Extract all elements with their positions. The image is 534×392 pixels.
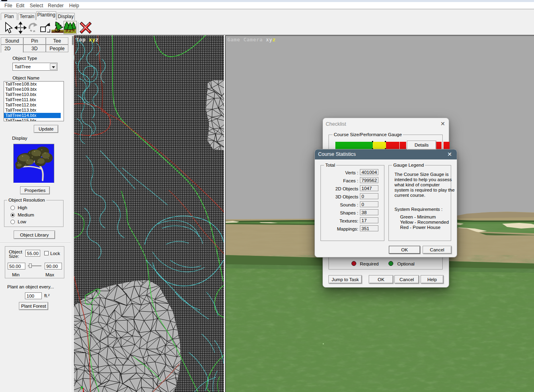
optional-dot-icon <box>388 261 393 266</box>
size-slider-thumb[interactable] <box>29 263 32 268</box>
panel-tab-2d[interactable]: 2D <box>1 45 23 53</box>
max-size-input[interactable]: 90.00 <box>45 263 62 270</box>
course-statistics-titlebar: Course Statistics ✕ <box>315 149 457 159</box>
object-type-dropdown[interactable]: TallTree <box>12 63 58 71</box>
radio-high[interactable] <box>10 206 15 210</box>
list-item[interactable]: TallTree110.btx <box>4 92 64 97</box>
plant-forest-tool-icon[interactable] <box>64 21 76 33</box>
menu-bar: FileEditSelectRenderHelp <box>0 2 534 9</box>
panel-tab-people[interactable]: People <box>46 45 68 52</box>
min-size-input[interactable]: 50.00 <box>8 263 25 270</box>
details-button[interactable]: Details <box>407 141 436 150</box>
toolbar-separator <box>78 22 78 33</box>
select-tool-icon[interactable] <box>2 22 14 34</box>
course-statistics-close-icon[interactable]: ✕ <box>447 151 452 157</box>
stats-ok-button[interactable]: OK <box>389 246 420 254</box>
required-dot-icon <box>351 261 356 266</box>
requirement-line: Red - Power House <box>400 225 440 230</box>
view2d-camera-label: Top xyz <box>76 37 99 43</box>
checklist-help-button[interactable]: Help <box>421 275 444 284</box>
checklist-dialog-title: Checklist <box>326 121 346 127</box>
toolbar <box>0 20 534 35</box>
radio-medium[interactable] <box>10 213 15 217</box>
display-label: Display <box>12 136 27 141</box>
radio-low[interactable] <box>10 220 15 224</box>
scale-tool-icon[interactable] <box>39 22 51 34</box>
checklist-cancel-button[interactable]: Cancel <box>394 275 419 284</box>
plant-every-input[interactable]: 100 <box>25 292 42 299</box>
view3d-camera-label: Game Camera xyz <box>227 37 275 43</box>
object-size-input[interactable]: 55.00 <box>25 250 40 257</box>
delete-tool-icon[interactable] <box>80 22 92 34</box>
list-item[interactable]: TallTree114.btx <box>4 113 61 118</box>
lock-label: Lock <box>50 251 60 256</box>
object-name-listbox[interactable]: TallTree108.btxTallTree109.btxTallTree11… <box>4 81 64 121</box>
menu-select[interactable]: Select <box>29 3 44 9</box>
stats-cancel-button[interactable]: Cancel <box>423 246 452 254</box>
gauge-green <box>335 142 373 149</box>
stat-value-field: 0 <box>360 193 378 199</box>
plant-tree-tool-icon[interactable] <box>51 22 64 34</box>
plant-forest-button[interactable]: Plant Forest <box>19 302 48 310</box>
tab-plan[interactable]: Plan <box>1 13 17 20</box>
gauge-yellow <box>373 142 386 149</box>
tab-display[interactable]: Display <box>57 13 75 20</box>
main-tabstrip: PlanTerrainPlantingDisplay <box>0 10 534 20</box>
radio-label-high: High <box>18 205 27 210</box>
update-button[interactable]: Update <box>34 125 58 133</box>
tab-terrain[interactable]: Terrain <box>18 13 36 20</box>
list-item[interactable]: TallTree109.btx <box>4 87 64 92</box>
list-item[interactable]: TallTree112.btx <box>4 102 64 108</box>
gauge-legend-description-line: system is required to play the <box>394 188 455 192</box>
object-library-button[interactable]: Object Library <box>14 231 55 239</box>
stat-label: Verts : <box>345 170 358 175</box>
stat-label: Shapes : <box>340 210 358 215</box>
radio-label-low: Low <box>18 219 26 224</box>
object-name-label: Object Name <box>12 76 39 80</box>
menu-render[interactable]: Render <box>47 3 64 9</box>
panel-tab-sound[interactable]: Sound <box>1 37 23 45</box>
gauge-handle-dot <box>385 141 386 142</box>
planting-panel: SoundPinTee2D3DPeople Object Type TallTr… <box>0 35 71 392</box>
view2d-scrollbar[interactable] <box>71 35 74 392</box>
menu-file[interactable]: File <box>4 3 13 9</box>
menu-help[interactable]: Help <box>68 3 80 9</box>
checklist-ok-button[interactable]: OK <box>369 275 393 284</box>
dropdown-arrow-icon[interactable] <box>50 63 57 70</box>
move-tool-icon[interactable] <box>14 22 27 34</box>
checklist-jump-to-task-button[interactable]: Jump to Task <box>329 275 362 284</box>
list-item[interactable]: TallTree108.btx <box>4 82 64 87</box>
max-label: Max <box>45 272 54 277</box>
wireframe-top-view[interactable]: Y Top xyz <box>74 35 224 392</box>
stat-value-field: 799562 <box>360 177 378 183</box>
object-resolution-group: Object Resolution HighMediumLow <box>4 200 64 227</box>
panel-tab-tee[interactable]: Tee <box>46 37 68 45</box>
panel-tab-3d[interactable]: 3D <box>23 45 46 52</box>
svg-text:Y: Y <box>80 386 83 391</box>
course-statistics-title: Course Statistics <box>318 151 356 157</box>
optional-label: Optional <box>397 261 415 266</box>
lock-checkbox[interactable] <box>44 251 49 255</box>
properties-button[interactable]: Properties <box>20 186 50 194</box>
stat-label: 2D Objects <box>335 186 358 191</box>
list-item[interactable]: TallTree115.btx <box>4 118 64 121</box>
list-item[interactable]: TallTree113.btx <box>4 108 64 113</box>
radio-label-medium: Medium <box>18 212 34 217</box>
stat-label: Faces : <box>343 178 358 183</box>
stat-value-field: 38 <box>360 209 378 215</box>
gauge-legend-group: Gauge Legend The Course Size Gauge isint… <box>388 165 451 241</box>
rotate-tool-icon[interactable] <box>27 22 39 34</box>
list-item[interactable]: TallTree111.btx <box>4 97 64 102</box>
panel-tab-pin[interactable]: Pin <box>23 37 46 45</box>
requirement-line: Green - Minimum <box>400 214 436 219</box>
required-label: Required <box>360 261 379 266</box>
stat-label: Textures: <box>339 218 358 223</box>
menu-edit[interactable]: Edit <box>15 3 25 9</box>
stat-value-field: 17 <box>360 217 378 223</box>
course-size-gauge-label: Course Size/Performance Gauge <box>333 132 403 137</box>
tab-planting[interactable]: Planting <box>36 11 56 20</box>
view2d-scrollbar-thumb[interactable] <box>72 36 74 45</box>
checklist-close-icon[interactable]: ✕ <box>440 121 445 127</box>
stat-row: Verts :401004 <box>321 170 385 176</box>
stat-row: Faces :799562 <box>321 178 385 184</box>
